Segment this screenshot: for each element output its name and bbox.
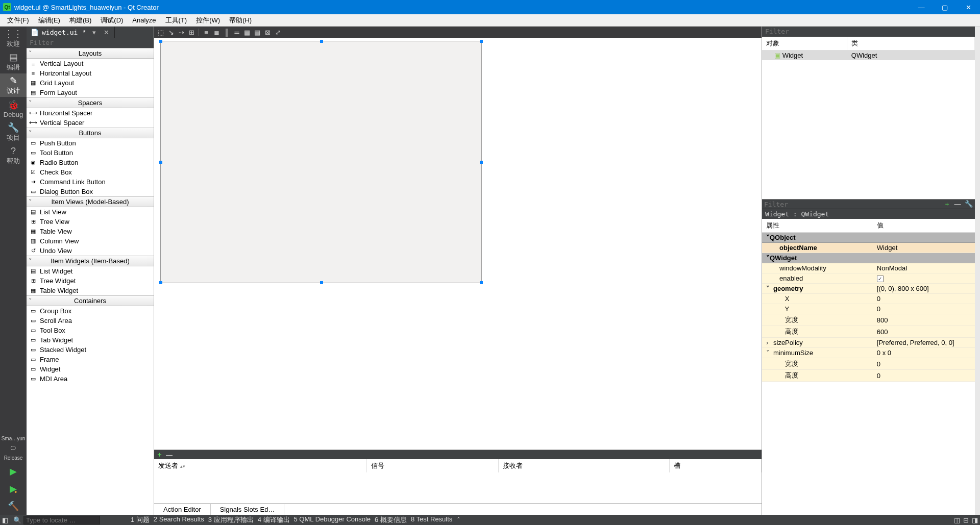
settings-button[interactable]: 🔧 xyxy=(965,200,973,208)
prop-sizepolicy[interactable]: ›sizePolicy[Preferred, Preferred, 0, 0] xyxy=(762,338,975,348)
widget-item[interactable]: ▥Column View xyxy=(27,236,154,246)
property-table[interactable]: 属性值 ˅QObject objectNameWidget ˅QWidget w… xyxy=(762,219,975,515)
resize-handle[interactable] xyxy=(320,40,323,43)
layout-v-button[interactable]: ≣ xyxy=(212,28,221,37)
prop-geometry-y[interactable]: Y0 xyxy=(762,304,975,314)
tab-close-button[interactable]: ▾ xyxy=(91,29,98,36)
prop-enabled[interactable]: enabled✓ xyxy=(762,273,975,284)
output-pane-button[interactable]: 1 问题 xyxy=(131,515,150,524)
mode-welcome[interactable]: ⋮⋮欢迎 xyxy=(0,27,27,50)
widget-item[interactable]: ▤Form Layout xyxy=(27,88,154,97)
col-class[interactable]: 类 xyxy=(847,37,975,51)
menu-tools[interactable]: 工具(T) xyxy=(161,15,191,26)
widget-item[interactable]: ◉Radio Button xyxy=(27,158,154,167)
output-pane-button[interactable]: 8 Test Results xyxy=(411,515,452,524)
widget-group-header[interactable]: ˅Containers xyxy=(27,295,154,306)
prop-minimumsize-w[interactable]: 宽度0 xyxy=(762,358,975,370)
resize-handle[interactable] xyxy=(480,281,483,284)
widget-item[interactable]: ▭Group Box xyxy=(27,306,154,316)
break-layout-button[interactable]: ⊠ xyxy=(263,28,272,37)
edit-taborder-button[interactable]: ⊞ xyxy=(187,28,196,37)
prop-geometry-w[interactable]: 宽度800 xyxy=(762,314,975,326)
build-button[interactable]: 🔨 xyxy=(0,497,27,515)
widget-item[interactable]: ▭Stacked Widget xyxy=(27,345,154,355)
run-button[interactable]: ▶ xyxy=(0,463,27,480)
layout-form-button[interactable]: ▤ xyxy=(253,28,262,37)
widget-item[interactable]: ▭MDI Area xyxy=(27,374,154,384)
edit-widgets-button[interactable]: ⬚ xyxy=(156,28,165,37)
minimize-button[interactable]: — xyxy=(910,0,933,14)
widget-item[interactable]: ➜Command Link Button xyxy=(27,177,154,187)
widget-item[interactable]: ▦Grid Layout xyxy=(27,78,154,88)
resize-handle[interactable] xyxy=(159,40,162,43)
col-receiver[interactable]: 接收者 xyxy=(498,459,670,472)
widget-item[interactable]: ⊞Tree Widget xyxy=(27,276,154,286)
mode-debug[interactable]: 🐞Debug xyxy=(0,97,27,120)
prop-windowmodality[interactable]: windowModalityNonModal xyxy=(762,263,975,273)
col-sender[interactable]: 发送者▴▾ xyxy=(154,459,366,472)
widget-group-header[interactable]: ˅Item Widgets (Item-Based) xyxy=(27,256,154,266)
prop-minimumsize-h[interactable]: 高度0 xyxy=(762,370,975,382)
menu-file[interactable]: 文件(F) xyxy=(3,15,33,26)
widget-group-header[interactable]: ˅Layouts xyxy=(27,48,154,59)
split-h-icon[interactable]: ◫ xyxy=(954,516,960,524)
panes-chevron-icon[interactable]: ˆ xyxy=(457,516,459,524)
close-panel-button[interactable]: ◧ xyxy=(2,516,8,524)
widget-item[interactable]: ⟷Horizontal Spacer xyxy=(27,108,154,118)
prop-objectname[interactable]: objectNameWidget xyxy=(762,243,975,253)
widget-item[interactable]: ⊞Tree View xyxy=(27,217,154,227)
layout-grid-button[interactable]: ▦ xyxy=(242,28,252,37)
remove-dyn-prop-button[interactable]: — xyxy=(954,200,961,208)
widget-item[interactable]: ⟷Vertical Spacer xyxy=(27,118,154,128)
widget-item[interactable]: ≡Vertical Layout xyxy=(27,59,154,68)
property-filter-input[interactable] xyxy=(764,201,942,208)
resize-handle[interactable] xyxy=(480,161,483,164)
tab-action-editor[interactable]: Action Editor xyxy=(154,504,211,515)
object-row[interactable]: ▣ Widget QWidget xyxy=(762,51,975,60)
widget-item[interactable]: ☑Check Box xyxy=(27,167,154,177)
mode-design[interactable]: ✎设计 xyxy=(0,73,27,97)
resize-handle[interactable] xyxy=(480,40,483,43)
menu-debug[interactable]: 调试(D) xyxy=(96,15,127,26)
widget-item[interactable]: ▦Table View xyxy=(27,227,154,236)
editor-tab[interactable]: 📄 widget.ui * ▾ ✕ xyxy=(27,27,115,38)
output-pane-button[interactable]: 6 概要信息 xyxy=(375,515,407,524)
col-slot[interactable]: 槽 xyxy=(670,459,762,472)
kit-selector-config[interactable]: Release xyxy=(0,453,27,463)
kit-selector-target[interactable]: 🖵 xyxy=(0,443,27,453)
output-pane-button[interactable]: 2 Search Results xyxy=(154,515,204,524)
toggle-sidebar-icon[interactable]: ◨ xyxy=(972,516,978,524)
widget-group-header[interactable]: ˅Spacers xyxy=(27,97,154,108)
menu-build[interactable]: 构建(B) xyxy=(65,15,95,26)
locator-input[interactable] xyxy=(23,516,100,524)
widget-item[interactable]: ▭Tool Box xyxy=(27,326,154,335)
prop-minimumsize[interactable]: ˅minimumSize0 x 0 xyxy=(762,348,975,358)
resize-handle[interactable] xyxy=(159,281,162,284)
menu-widgets[interactable]: 控件(W) xyxy=(192,15,224,26)
col-value[interactable]: 值 xyxy=(873,219,975,233)
widget-item[interactable]: ▤List Widget xyxy=(27,266,154,276)
widget-item[interactable]: ▤List View xyxy=(27,207,154,217)
layout-hsplit-button[interactable]: ║ xyxy=(222,28,231,37)
widget-item[interactable]: ▭Widget xyxy=(27,364,154,374)
resize-handle[interactable] xyxy=(320,281,323,284)
widget-group-header[interactable]: ˅Buttons xyxy=(27,128,154,138)
col-signal[interactable]: 信号 xyxy=(366,459,498,472)
mode-projects[interactable]: 🔧项目 xyxy=(0,120,27,144)
output-pane-button[interactable]: 5 QML Debugger Console xyxy=(294,515,371,524)
layout-vsplit-button[interactable]: ═ xyxy=(232,28,241,37)
menu-analyze[interactable]: Analyze xyxy=(128,15,160,25)
add-dyn-prop-button[interactable]: ＋ xyxy=(944,200,950,208)
close-button[interactable]: ✕ xyxy=(957,0,980,14)
col-object[interactable]: 对象 xyxy=(762,37,847,51)
group-qwidget[interactable]: ˅QWidget xyxy=(762,253,975,263)
group-qobject[interactable]: ˅QObject xyxy=(762,233,975,243)
right-scrollbar[interactable] xyxy=(975,27,980,515)
menu-help[interactable]: 帮助(H) xyxy=(225,15,256,26)
widget-item[interactable]: ▭Scroll Area xyxy=(27,316,154,326)
prop-geometry[interactable]: ˅geometry[(0, 0), 800 x 600] xyxy=(762,284,975,294)
checkbox-icon[interactable]: ✓ xyxy=(877,276,884,282)
widget-filter-input[interactable] xyxy=(30,39,151,46)
menu-edit[interactable]: 编辑(E) xyxy=(34,15,64,26)
output-pane-button[interactable]: 4 编译输出 xyxy=(258,515,290,524)
